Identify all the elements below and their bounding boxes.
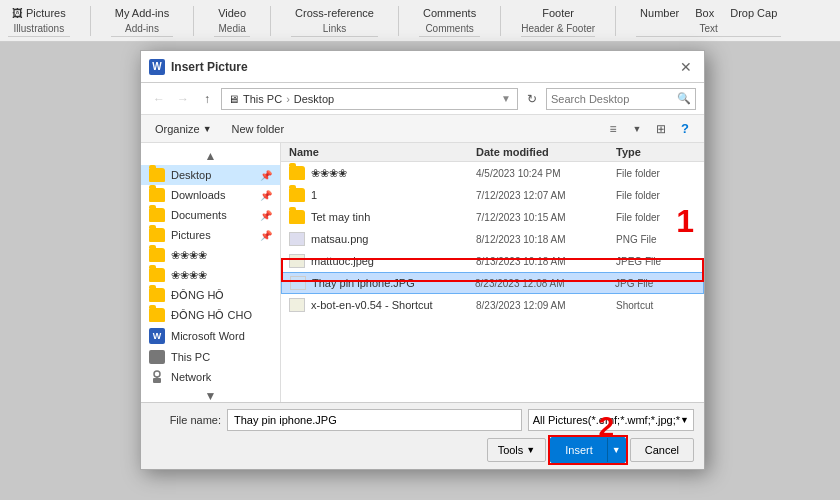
number-button[interactable]: Number [636, 5, 683, 21]
file-row-3[interactable]: matsau.png 8/12/2023 10:18 AM PNG File [281, 228, 704, 250]
footer-action-row: Tools ▼ Insert ▼ 2 Cancel [151, 437, 694, 463]
breadcrumb-chevron: ▼ [501, 93, 511, 104]
toolbar-text-group: Number Box Drop Cap Text [636, 5, 781, 37]
view-list-button[interactable]: ≡ [602, 118, 624, 140]
donghho-folder-icon [149, 288, 165, 302]
file-row-1[interactable]: 1 7/12/2023 12:07 AM File folder [281, 184, 704, 206]
sidebar-item-documents[interactable]: Documents 📌 [141, 205, 280, 225]
row5-name: Thay pin iphone.JPG [312, 277, 475, 289]
dropcap-button[interactable]: Drop Cap [726, 5, 781, 21]
filter-chevron-icon: ▼ [680, 415, 689, 425]
refresh-button[interactable]: ↻ [522, 89, 542, 109]
new-folder-button[interactable]: New folder [226, 121, 291, 137]
filter-label: All Pictures(*.emf;*.wmf;*.jpg;* [533, 414, 680, 426]
sidebar-label-documents: Documents [171, 209, 254, 221]
organize-button[interactable]: Organize ▼ [149, 121, 218, 137]
insert-dropdown-button[interactable]: ▼ [607, 438, 625, 462]
sidebar-item-this-pc[interactable]: This PC [141, 347, 280, 367]
file-row-5-selected[interactable]: Thay pin iphone.JPG 8/23/2023 12:08 AM J… [281, 272, 704, 294]
breadcrumb[interactable]: 🖥 This PC › Desktop ▼ [221, 88, 518, 110]
dialog-title: W Insert Picture [149, 59, 248, 75]
toolbar-items: 🖼 Pictures [8, 5, 70, 21]
sidebar-item-network[interactable]: Network [141, 367, 280, 387]
comments-button[interactable]: Comments [419, 5, 480, 21]
toolbar-sep-6 [615, 6, 616, 36]
row6-date: 8/23/2023 12:09 AM [476, 300, 616, 311]
row4-date: 8/13/2023 10:18 AM [476, 256, 616, 267]
file-row-2[interactable]: Tet may tinh 7/12/2023 10:15 AM File fol… [281, 206, 704, 228]
row2-date: 7/12/2023 10:15 AM [476, 212, 616, 223]
row5-icon [290, 276, 306, 290]
video-button[interactable]: Video [214, 5, 250, 21]
nav-bar: ← → ↑ 🖥 This PC › Desktop ▼ ↻ 🔍 [141, 83, 704, 115]
toolbar-sep-5 [500, 6, 501, 36]
insert-button[interactable]: Insert [551, 438, 607, 462]
folder1-icon [149, 248, 165, 262]
pictures-button[interactable]: 🖼 Pictures [8, 5, 70, 21]
row0-type: File folder [616, 168, 696, 179]
forward-button[interactable]: → [173, 89, 193, 109]
sidebar-item-desktop[interactable]: Desktop 📌 [141, 165, 280, 185]
sidebar-scroll-down[interactable]: ▼ [141, 387, 280, 402]
toolbar-addins-group: My Add-ins Add-ins [111, 5, 173, 37]
row4-icon [289, 254, 305, 268]
row0-date: 4/5/2023 10:24 PM [476, 168, 616, 179]
sidebar-label-desktop: Desktop [171, 169, 254, 181]
cancel-button[interactable]: Cancel [630, 438, 694, 462]
box-button[interactable]: Box [691, 5, 718, 21]
sidebar-item-folder2[interactable]: ❀❀❀❀ [141, 265, 280, 285]
filter-dropdown[interactable]: All Pictures(*.emf;*.wmf;*.jpg;* ▼ [528, 409, 694, 431]
sidebar-item-word[interactable]: W Microsoft Word [141, 325, 280, 347]
toolbar-sep-1 [90, 6, 91, 36]
row2-name: Tet may tinh [311, 211, 476, 223]
row4-name: mattuoc.jpeg [311, 255, 476, 267]
file-row-6[interactable]: x-bot-en-v0.54 - Shortcut 8/23/2023 12:0… [281, 294, 704, 316]
addins-button[interactable]: My Add-ins [111, 5, 173, 21]
text-label: Text [636, 23, 781, 37]
pin-icon-documents: 📌 [260, 210, 272, 221]
organize-chevron-icon: ▼ [203, 124, 212, 134]
sidebar-label-dongho-cho: ĐỒNG HỒ CHO [171, 309, 272, 322]
sidebar-item-donghho-cho[interactable]: ĐỒNG HỒ CHO [141, 305, 280, 325]
tools-button[interactable]: Tools ▼ [487, 438, 547, 462]
dialog-content: ▲ Desktop 📌 Downloads 📌 Documents 📌 Pict… [141, 143, 704, 402]
addins-label: Add-ins [111, 23, 173, 37]
tools-label: Tools [498, 444, 524, 456]
sidebar-item-downloads[interactable]: Downloads 📌 [141, 185, 280, 205]
computer-icon [149, 350, 165, 364]
view-details-chevron-button[interactable]: ▼ [626, 118, 648, 140]
col-header-name: Name [289, 146, 476, 158]
sidebar-item-donghho[interactable]: ĐỒNG HỒ [141, 285, 280, 305]
crossref-button[interactable]: Cross-reference [291, 5, 378, 21]
view-help-button[interactable]: ? [674, 118, 696, 140]
sidebar-item-pictures[interactable]: Pictures 📌 [141, 225, 280, 245]
file-row-0[interactable]: ❀❀❀❀ 4/5/2023 10:24 PM File folder [281, 162, 704, 184]
row3-type: PNG File [616, 234, 696, 245]
forward-icon: → [177, 92, 189, 106]
file-row-4[interactable]: mattuoc.jpeg 8/13/2023 10:18 AM JPEG Fil… [281, 250, 704, 272]
view-large-button[interactable]: ⊞ [650, 118, 672, 140]
sidebar-scroll-up[interactable]: ▲ [141, 147, 280, 165]
sidebar-item-folder1[interactable]: ❀❀❀❀ [141, 245, 280, 265]
search-input[interactable] [551, 93, 673, 105]
sidebar-label-folder2: ❀❀❀❀ [171, 269, 272, 282]
links-label: Links [291, 23, 378, 37]
row1-icon [289, 188, 305, 202]
footer-button[interactable]: Footer [538, 5, 578, 21]
row0-name: ❀❀❀❀ [311, 167, 476, 180]
pin-icon-desktop: 📌 [260, 170, 272, 181]
footer-filename-row: File name: All Pictures(*.emf;*.wmf;*.jp… [151, 409, 694, 431]
toolbar: 🖼 Pictures Illustrations My Add-ins Add-… [0, 0, 840, 42]
row0-icon [289, 166, 305, 180]
up-button[interactable]: ↑ [197, 89, 217, 109]
row6-type: Shortcut [616, 300, 696, 311]
word-icon: W [149, 59, 165, 75]
close-button[interactable]: ✕ [676, 57, 696, 77]
toolbar-sep-3 [270, 6, 271, 36]
col-header-date: Date modified [476, 146, 616, 158]
back-button[interactable]: ← [149, 89, 169, 109]
filename-input[interactable] [227, 409, 522, 431]
desktop-folder-icon [149, 168, 165, 182]
toolbar-illustrations-group: 🖼 Pictures Illustrations [8, 5, 70, 37]
insert-group: Insert ▼ [550, 437, 626, 463]
